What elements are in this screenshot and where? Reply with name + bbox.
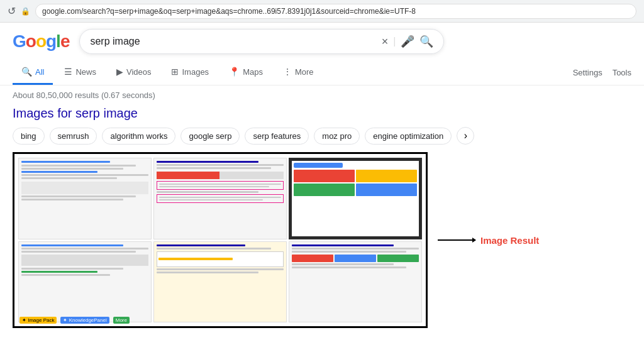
clear-icon[interactable]: × [382,35,389,48]
nav-right: Settings Tools [573,68,631,77]
chip-serp-features[interactable]: serp features [245,128,309,145]
tab-maps-label: Maps [243,67,263,77]
logo-letter-l2: l [56,31,60,51]
tab-images-label: Images [182,67,209,77]
browser-bar: ↺ 🔒 google.com/search?q=serp+image&oq=se… [0,0,644,23]
collage-cell-4 [18,241,152,323]
collage-cell-2 [153,158,287,239]
tab-all[interactable]: 🔍 All [13,60,53,85]
search-input[interactable] [90,36,376,47]
collage-cell-6 [289,241,422,323]
tab-more[interactable]: ⋮ More [274,60,323,85]
collage-cell-3 [289,158,422,239]
tab-all-label: All [35,67,44,77]
content: About 80,50,000 results (0.67 seconds) I… [0,85,644,333]
tab-images[interactable]: ⊞ Images [162,60,218,85]
images-header[interactable]: Images for serp image [13,106,631,121]
logo-letter-b: G [13,31,26,51]
images-icon: ⊞ [171,67,179,77]
settings-link[interactable]: Settings [573,68,602,77]
chips-next-arrow[interactable]: › [457,127,474,145]
tab-news[interactable]: ☰ News [55,60,105,85]
google-logo: Google [13,31,69,52]
google-page: Google × | 🎤 🔍 🔍 All ☰ News ▶ Videos ⊞ I… [0,23,644,362]
tools-link[interactable]: Tools [613,68,631,77]
tab-videos[interactable]: ▶ Videos [108,60,160,85]
chip-engine-optimization[interactable]: engine optimization [365,128,452,145]
logo-letter-u: o [36,31,46,51]
header: Google × | 🎤 🔍 [0,23,644,60]
all-icon: 🔍 [21,67,32,77]
tab-more-label: More [295,67,314,77]
tab-videos-label: Videos [126,67,152,77]
annotation-arrow [438,239,475,241]
annotation-label: Image Result [480,235,539,246]
image-result-box[interactable]: ✦ Image Pack ✦ KnowledgePanel More [13,152,428,328]
image-bottom-labels: ✦ Image Pack ✦ KnowledgePanel More [19,317,130,324]
chip-moz-pro[interactable]: moz pro [314,128,360,145]
logo-letter-e1: g [46,31,56,51]
results-count: About 80,50,000 results (0.67 seconds) [13,90,631,100]
chip-semrush[interactable]: semrush [50,128,97,145]
voice-icon[interactable]: 🎤 [401,35,414,48]
nav-tabs: 🔍 All ☰ News ▶ Videos ⊞ Images 📍 Maps ⋮ … [0,60,644,85]
chip-algorithm[interactable]: algorithm works [102,128,175,145]
chip-bing[interactable]: bing [13,128,45,145]
videos-icon: ▶ [116,67,123,77]
search-box[interactable]: × | 🎤 🔍 [79,29,444,54]
maps-icon: 📍 [229,67,240,77]
image-result-container: ✦ Image Pack ✦ KnowledgePanel More Image… [13,152,631,328]
chip-google-serp[interactable]: google serp [180,128,240,145]
url-text: google.com/search?q=serp+image&oq=serp+i… [42,7,416,16]
reload-icon[interactable]: ↺ [8,5,16,17]
search-chips: bing semrush algorithm works google serp… [13,127,631,145]
tab-maps[interactable]: 📍 Maps [220,60,272,85]
news-icon: ☰ [64,67,72,77]
annotation: Image Result [438,235,539,246]
logo-letter-l: o [26,31,36,51]
lock-icon: 🔒 [21,7,30,16]
logo-letter-e2: e [60,31,70,51]
collage-cell-1 [18,158,152,239]
url-bar[interactable]: google.com/search?q=serp+image&oq=serp+i… [35,4,636,19]
more-icon: ⋮ [283,67,292,77]
search-icon[interactable]: 🔍 [419,35,433,48]
tab-news-label: News [75,67,96,77]
collage-cell-5 [153,241,287,323]
